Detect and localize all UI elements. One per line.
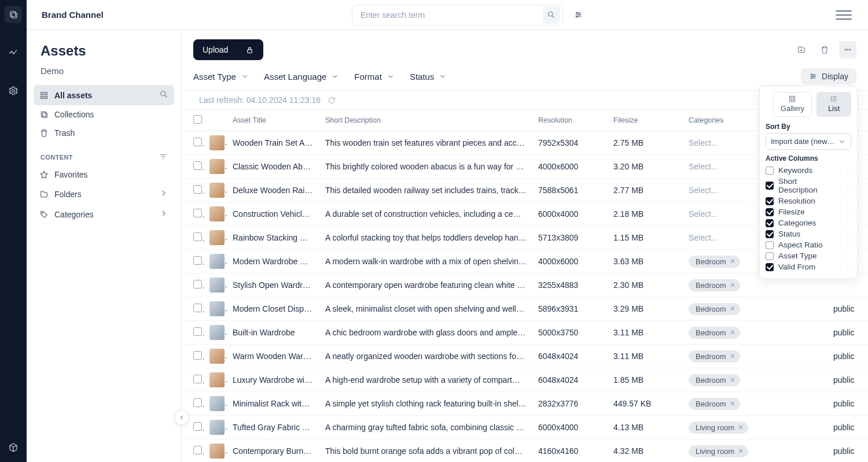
remove-tag-icon[interactable]: ✕: [738, 423, 744, 431]
checkbox[interactable]: [766, 252, 774, 260]
asset-thumbnail[interactable]: [209, 159, 225, 174]
delete-button[interactable]: [816, 41, 833, 58]
remove-tag-icon[interactable]: ✕: [730, 328, 735, 337]
column-toggle[interactable]: Categories⋮⋮: [766, 217, 851, 228]
row-checkbox[interactable]: [193, 232, 202, 241]
upload-button[interactable]: Upload: [193, 39, 263, 60]
row-checkbox[interactable]: [193, 138, 202, 146]
drag-handle-icon[interactable]: ⋮⋮: [838, 242, 851, 248]
search-input[interactable]: [361, 10, 543, 20]
checkbox[interactable]: [766, 230, 774, 238]
drag-handle-icon[interactable]: ⋮⋮: [838, 231, 851, 237]
table-row[interactable]: Minimalist Rack with C…A simple yet styl…: [182, 392, 868, 416]
asset-categories[interactable]: Bedroom✕: [683, 368, 827, 392]
nav-collections[interactable]: Collections: [34, 105, 174, 124]
th-title[interactable]: Asset Title: [227, 110, 319, 131]
rail-analytics[interactable]: [5, 44, 22, 61]
remove-tag-icon[interactable]: ✕: [730, 376, 735, 384]
nav-folders[interactable]: Folders: [34, 184, 174, 204]
row-checkbox[interactable]: [193, 375, 202, 383]
select-all-checkbox[interactable]: [193, 115, 202, 124]
nav-trash[interactable]: Trash: [34, 124, 174, 142]
table-row[interactable]: Contemporary Burnt O…This bold burnt ora…: [182, 439, 868, 463]
row-checkbox[interactable]: [193, 185, 202, 194]
row-checkbox[interactable]: [193, 422, 202, 431]
checkbox[interactable]: [766, 208, 774, 216]
filter-format[interactable]: Format: [354, 72, 395, 82]
filter-asset-language[interactable]: Asset Language: [264, 72, 339, 82]
column-toggle[interactable]: Short Description⋮⋮: [766, 176, 851, 195]
column-toggle[interactable]: Resolution⋮⋮: [766, 195, 851, 206]
category-placeholder[interactable]: Select...: [689, 209, 718, 219]
drag-handle-icon[interactable]: ⋮⋮: [838, 264, 851, 270]
rail-settings[interactable]: [5, 82, 22, 99]
column-toggle[interactable]: Keywords⋮⋮: [766, 165, 851, 176]
menu-toggle[interactable]: [836, 9, 852, 21]
row-checkbox[interactable]: [193, 161, 202, 170]
drag-handle-icon[interactable]: ⋮⋮: [838, 183, 851, 189]
category-placeholder[interactable]: Select...: [689, 162, 718, 171]
asset-thumbnail[interactable]: [209, 135, 225, 150]
table-row[interactable]: Modern Closet Display …A sleek, minimali…: [182, 297, 868, 321]
asset-categories[interactable]: Bedroom✕: [683, 297, 827, 321]
category-tag[interactable]: Living room✕: [689, 445, 748, 457]
column-toggle[interactable]: Status⋮⋮: [766, 228, 851, 239]
th-size[interactable]: Filesize: [608, 110, 683, 131]
sort-select[interactable]: Import date (new…: [766, 133, 851, 150]
category-tag[interactable]: Bedroom✕: [689, 279, 740, 291]
checkbox[interactable]: [766, 197, 774, 205]
asset-thumbnail[interactable]: [209, 301, 225, 316]
rail-help[interactable]: [5, 439, 22, 456]
asset-thumbnail[interactable]: [209, 230, 225, 245]
filter-status[interactable]: Status: [410, 72, 447, 82]
remove-tag-icon[interactable]: ✕: [730, 352, 735, 360]
category-placeholder[interactable]: Select...: [689, 233, 718, 242]
category-tag[interactable]: Living room✕: [689, 422, 748, 434]
nav-favorites[interactable]: Favorites: [34, 165, 174, 184]
category-tag[interactable]: Bedroom✕: [689, 256, 740, 268]
table-row[interactable]: Warm Wooden Wardro…A neatly organized wo…: [182, 345, 868, 368]
drag-handle-icon[interactable]: ⋮⋮: [838, 167, 851, 173]
category-placeholder[interactable]: Select...: [689, 186, 718, 195]
checkbox[interactable]: [766, 182, 774, 190]
asset-categories[interactable]: Living room✕: [683, 439, 827, 463]
th-res[interactable]: Resolution: [532, 110, 608, 131]
row-checkbox[interactable]: [193, 209, 202, 217]
category-tag[interactable]: Bedroom✕: [689, 398, 740, 410]
remove-tag-icon[interactable]: ✕: [730, 257, 735, 265]
column-toggle[interactable]: Asset Type⋮⋮: [766, 250, 851, 261]
checkbox[interactable]: [766, 241, 774, 249]
remove-tag-icon[interactable]: ✕: [738, 447, 744, 455]
table-row[interactable]: Built-in WardrobeA chic bedroom wardrobe…: [182, 321, 868, 345]
asset-categories[interactable]: Living room✕: [683, 416, 827, 439]
table-row[interactable]: Tufted Gray Fabric SofaA charming gray t…: [182, 416, 868, 439]
asset-thumbnail[interactable]: [209, 349, 225, 364]
new-folder-button[interactable]: [793, 41, 810, 58]
search-submit[interactable]: [543, 6, 560, 24]
asset-thumbnail[interactable]: [209, 372, 225, 387]
asset-thumbnail[interactable]: [209, 206, 225, 221]
drag-handle-icon[interactable]: ⋮⋮: [838, 253, 851, 259]
nav-all-assets[interactable]: All assets: [34, 85, 174, 105]
rail-assets[interactable]: [5, 6, 22, 23]
asset-thumbnail[interactable]: [209, 254, 225, 269]
table-row[interactable]: Luxury Wardrobe with …A high-end wardrob…: [182, 368, 868, 392]
display-button[interactable]: Display: [801, 68, 856, 84]
filter-asset-type[interactable]: Asset Type: [193, 72, 249, 82]
row-checkbox[interactable]: [193, 304, 202, 312]
asset-thumbnail[interactable]: [209, 420, 225, 435]
asset-categories[interactable]: Bedroom✕: [683, 321, 827, 345]
column-toggle[interactable]: Valid From⋮⋮: [766, 261, 851, 272]
row-checkbox[interactable]: [193, 351, 202, 360]
checkbox[interactable]: [766, 219, 774, 227]
asset-thumbnail[interactable]: [209, 183, 225, 198]
more-button[interactable]: [839, 41, 856, 58]
advanced-search[interactable]: [570, 6, 587, 24]
row-checkbox[interactable]: [193, 327, 202, 336]
row-checkbox[interactable]: [193, 256, 202, 265]
category-tag[interactable]: Bedroom✕: [689, 374, 740, 386]
asset-categories[interactable]: Bedroom✕: [683, 345, 827, 368]
category-tag[interactable]: Bedroom✕: [689, 303, 740, 315]
collapse-sidebar[interactable]: [174, 410, 189, 425]
asset-thumbnail[interactable]: [209, 396, 225, 411]
